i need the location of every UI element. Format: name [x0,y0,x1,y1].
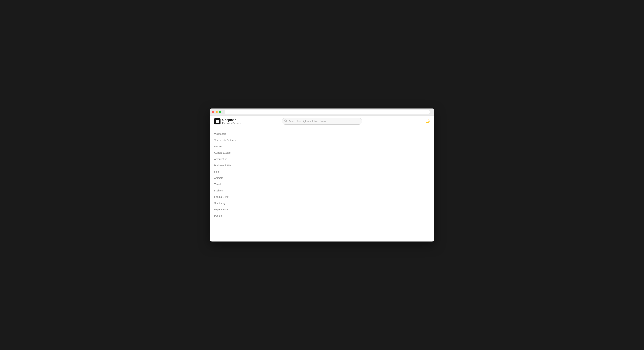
sidebar-link-fashion[interactable]: Fashion [214,189,253,192]
browser-window: Unsplash Photos for Everyone [210,108,434,242]
sidebar-link-people[interactable]: People [214,214,253,217]
svg-point-0 [217,121,218,122]
sidebar-item-nature[interactable]: Nature [214,143,253,150]
app-content: Unsplash Photos for Everyone [210,116,434,222]
sidebar-item-business-work[interactable]: Business & Work [214,162,253,168]
sidebar-item-current-events[interactable]: Current Events [214,150,253,156]
sidebar-item-textures-patterns[interactable]: Textures & Patterns [214,137,253,143]
search-bar-wrapper [253,118,391,124]
tagline: Photos for Everyone [222,122,241,124]
sidebar-item-people[interactable]: People [214,212,253,219]
site-name: Unsplash [222,118,241,122]
content-area [253,131,430,219]
sidebar-link-current-events[interactable]: Current Events [214,152,253,154]
sidebar-item-food-drink[interactable]: Food & Drink [214,194,253,200]
camera-icon [214,118,220,124]
sidebar-link-experimental[interactable]: Experimental [214,208,253,211]
sidebar-item-travel[interactable]: Travel [214,181,253,188]
browser-chrome [210,108,434,116]
logo-text: Unsplash Photos for Everyone [222,118,241,124]
sidebar-item-animals[interactable]: Animals [214,175,253,181]
svg-line-2 [286,122,287,122]
sidebar-nav: WallpapersTextures & PatternsNatureCurre… [214,131,253,219]
sidebar-link-wallpapers[interactable]: Wallpapers [214,132,253,135]
sidebar-item-fashion[interactable]: Fashion [214,188,253,194]
sidebar-item-architecture[interactable]: Architecture [214,156,253,162]
search-icon [284,120,287,123]
header-actions: 🌙 [391,119,430,123]
sidebar-link-film[interactable]: Film [214,170,253,173]
sidebar-link-nature[interactable]: Nature [214,145,253,148]
sidebar-link-animals[interactable]: Animals [214,176,253,180]
close-button[interactable] [212,111,214,113]
nav-list: WallpapersTextures & PatternsNatureCurre… [214,131,253,219]
dark-mode-icon[interactable]: 🌙 [426,119,430,123]
sidebar-link-food-drink[interactable]: Food & Drink [214,196,253,198]
sidebar-item-experimental[interactable]: Experimental [214,206,253,212]
search-input[interactable] [288,120,360,123]
address-bar[interactable] [225,110,430,114]
sidebar-link-business-work[interactable]: Business & Work [214,164,253,167]
header: Unsplash Photos for Everyone [210,116,434,127]
sidebar-link-spirituality[interactable]: Spirituality [214,202,253,204]
logo-area: Unsplash Photos for Everyone [214,118,253,124]
minimize-button[interactable] [216,111,218,113]
sidebar-link-architecture[interactable]: Architecture [214,158,253,160]
main-content: WallpapersTextures & PatternsNatureCurre… [210,127,434,222]
maximize-button[interactable] [219,111,221,113]
sidebar-link-textures-patterns[interactable]: Textures & Patterns [214,139,253,142]
sidebar-item-wallpapers[interactable]: Wallpapers [214,131,253,137]
sidebar-item-film[interactable]: Film [214,168,253,175]
sidebar-item-spirituality[interactable]: Spirituality [214,200,253,206]
sidebar-link-travel[interactable]: Travel [214,183,253,186]
search-bar[interactable] [282,118,362,124]
